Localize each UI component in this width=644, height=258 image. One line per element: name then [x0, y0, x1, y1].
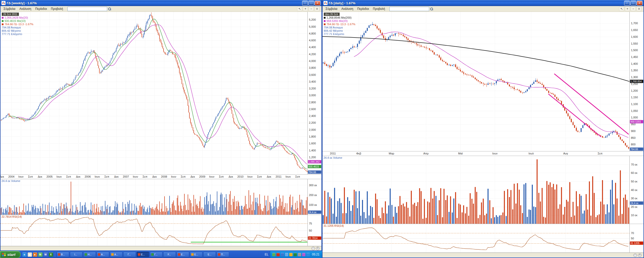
rsi-tick-label: 50: [631, 237, 634, 240]
symbol-search-input[interactable]: [67, 7, 107, 11]
settings-icon[interactable]: ≡: [636, 7, 641, 11]
close-button[interactable]: ×: [637, 1, 642, 6]
minimize-button[interactable]: –: [624, 1, 630, 6]
price-tick-label: 2,200: [309, 121, 316, 124]
maximize-button[interactable]: □: [630, 1, 636, 6]
price-tick-label: 5,000: [309, 25, 316, 28]
taskbar-window-button[interactable]: Α...: [110, 252, 123, 257]
messenger-icon[interactable]: M: [38, 252, 43, 257]
minimize-button[interactable]: –: [302, 1, 308, 6]
price-tick-label: 1,500: [631, 49, 638, 52]
legend-text: 1,066.3428 Μα(20): [5, 16, 28, 19]
word-icon[interactable]: W: [44, 252, 48, 257]
language-indicator[interactable]: EL: [263, 253, 270, 256]
menu-Ανάλυση[interactable]: Ανάλυση: [17, 7, 33, 11]
search-icon[interactable]: [430, 7, 433, 11]
settings-icon[interactable]: ≡: [314, 7, 319, 11]
maximize-button[interactable]: □: [308, 1, 314, 6]
volume-tag: 24.4 εκ: [308, 211, 321, 214]
media-player-icon[interactable]: ►: [33, 252, 37, 257]
menu-items: ΣύμβολαΑνάλυσηΠερίοδοιΠροβολή: [2, 7, 65, 11]
menu-Περίοδοι[interactable]: Περίοδοι: [33, 7, 49, 11]
taskbar-window-button[interactable]: Ι...: [70, 252, 83, 257]
price-axis[interactable]: 5,2005,0004,8004,6004,4004,2004,0003,800…: [307, 12, 321, 174]
network-icon[interactable]: [285, 253, 288, 256]
search-icon[interactable]: [108, 7, 111, 11]
volume-canvas[interactable]: [1, 179, 307, 215]
price-chart-canvas[interactable]: [1, 12, 307, 174]
symbol-search-input[interactable]: [389, 7, 429, 11]
price-tick-label: 4,200: [309, 53, 316, 56]
toolbar: ↖+−≡: [297, 7, 320, 11]
antivirus-icon[interactable]: [276, 253, 280, 256]
zoom-in-button[interactable]: +: [316, 247, 319, 250]
taskbar-window-button[interactable]: Ε...: [203, 252, 216, 257]
zoom-out-icon[interactable]: −: [309, 7, 314, 11]
firewall-icon[interactable]: [294, 253, 297, 256]
price-chart-canvas[interactable]: [323, 12, 629, 151]
taskbar-window-button[interactable]: Ε...: [177, 252, 189, 257]
time-tick-label: Δεκ: [76, 175, 80, 178]
menu-Ανάλυση[interactable]: Ανάλυση: [339, 7, 355, 11]
volume-canvas[interactable]: [323, 156, 629, 224]
time-axis[interactable]: Δεκ2004ΙουνΣεπΔεκ2005ΙουνΣεπΔεκ2006ΙουνΣ…: [1, 175, 321, 179]
taskbar-window-button[interactable]: Η...: [83, 252, 96, 257]
pointer-icon[interactable]: ↖: [297, 7, 302, 11]
taskbar-window-button[interactable]: Γ...: [123, 252, 136, 257]
taskbar-window-button[interactable]: Β...: [57, 252, 69, 257]
zoom-out-button[interactable]: −: [633, 253, 637, 257]
menu-Προβολή[interactable]: Προβολή: [371, 7, 387, 11]
legend-text: 777.71 Ελάχιστο: [2, 33, 22, 36]
usb-icon[interactable]: [298, 253, 301, 256]
legend-date: 26 Σεπ 2011: [2, 13, 19, 16]
rsi-canvas[interactable]: [323, 224, 629, 252]
rsi-panel: 22.7814 RSI(14) 75502522.7814: [1, 215, 321, 246]
legend-swatch: [2, 17, 4, 19]
legend-line: 794.08 Άνοιγμα: [324, 26, 355, 29]
price-tick-label: 1,600: [309, 142, 316, 145]
zoom-in-button[interactable]: +: [638, 253, 641, 257]
taskbar-window-button[interactable]: Γ...: [150, 252, 163, 257]
menu-Σύμβολα[interactable]: Σύμβολα: [324, 7, 339, 11]
titlebar[interactable]: ΓΔ [daily] - 1.67% – □ ×: [323, 0, 643, 6]
time-tick-label: Σεπ: [28, 175, 33, 178]
zoom-out-button[interactable]: −: [311, 247, 315, 250]
menubar: ΣύμβολαΑνάλυσηΠερίοδοιΠροβολή ↖+−≡: [1, 6, 321, 12]
pointer-icon[interactable]: ↖: [619, 7, 624, 11]
legend-text: 806.42 Μέγιστο: [324, 29, 343, 33]
volume-icon[interactable]: [281, 253, 284, 256]
taskbar-window-button[interactable]: F...: [163, 252, 176, 257]
zoom-in-icon[interactable]: +: [303, 7, 308, 11]
price-tick-label: 1,300: [631, 76, 638, 79]
taskbar-window-button[interactable]: Ε...: [137, 252, 149, 257]
rsi-canvas[interactable]: [1, 215, 307, 246]
scheduler-icon[interactable]: [302, 253, 305, 256]
system-tray: 05:21: [270, 251, 322, 258]
start-button[interactable]: start: [0, 251, 21, 258]
titlebar[interactable]: ΓΔ [weekly] - 1.67% – □ ×: [1, 0, 321, 6]
show-desktop-icon[interactable]: ▣: [28, 252, 32, 257]
taskbar-window-button[interactable]: Π...: [217, 252, 229, 257]
taskbar-clock[interactable]: 05:21: [312, 253, 319, 256]
internet-explorer-icon[interactable]: e: [22, 252, 27, 257]
price-axis[interactable]: 1,7001,6501,6001,5501,5001,4501,4001,350…: [629, 12, 643, 151]
display-icon[interactable]: [306, 253, 310, 256]
price-tick-label: 1,700: [631, 22, 638, 25]
menu-Περίοδοι[interactable]: Περίοδοι: [355, 7, 371, 11]
excel-icon[interactable]: X: [49, 252, 53, 257]
menu-Προβολή[interactable]: Προβολή: [49, 7, 65, 11]
price-tick-label: 1,650: [631, 28, 638, 31]
time-tick-label: 2006: [85, 175, 91, 178]
taskbar-window-button[interactable]: Α...: [97, 252, 109, 257]
taskbar-window-button[interactable]: Ε...: [190, 252, 203, 257]
time-axis[interactable]: 2011ΦεβΜαρΑπρΜαϊΙουνΙουλΑυγΣεπ: [323, 151, 643, 156]
update-icon[interactable]: [289, 253, 293, 256]
legend-line: 968.5355 Μα(20): [324, 19, 355, 23]
zoom-out-icon[interactable]: −: [631, 7, 636, 11]
messenger-tray-icon[interactable]: [272, 253, 275, 256]
price-tick-label: 1,600: [631, 35, 638, 38]
close-button[interactable]: ×: [315, 1, 320, 6]
menu-Σύμβολα[interactable]: Σύμβολα: [2, 7, 17, 11]
zoom-in-icon[interactable]: +: [625, 7, 630, 11]
chart-bottombar: − +: [323, 253, 643, 257]
